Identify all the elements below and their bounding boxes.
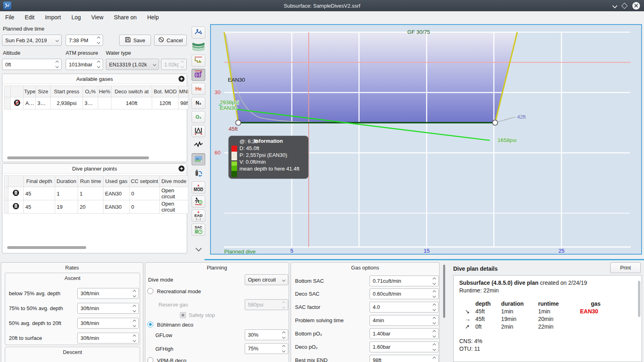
add-point-button[interactable] bbox=[178, 165, 185, 172]
gases-col-o2[interactable]: O₂% bbox=[83, 86, 98, 97]
add-gas-button[interactable] bbox=[178, 76, 185, 82]
maximize-icon[interactable] bbox=[621, 2, 628, 9]
points-col-gas[interactable]: Used gas bbox=[103, 176, 130, 187]
toolbar-sac-button[interactable]: SAC bbox=[192, 224, 205, 236]
points-col-runtime[interactable]: Run time bbox=[78, 176, 103, 187]
menu-view[interactable]: View bbox=[86, 11, 109, 23]
toolbar-gas-pressure-button[interactable] bbox=[192, 69, 205, 81]
gases-col-mnd[interactable]: MND bbox=[179, 86, 188, 97]
toolbar-water-button[interactable] bbox=[192, 41, 205, 53]
save-icon bbox=[125, 37, 131, 44]
plan-heading: Subsurface (4.8.5.0) dive plan bbox=[459, 280, 539, 286]
splitter-handle[interactable] bbox=[204, 259, 644, 260]
delete-point-icon[interactable] bbox=[8, 200, 24, 214]
menu-file[interactable]: File bbox=[0, 11, 20, 23]
gfhigh-label: GFHigh bbox=[155, 346, 173, 352]
nitrogen-icon: N₂ bbox=[196, 100, 201, 106]
waypoint-handle[interactable] bbox=[236, 120, 241, 125]
sac-factor-spinner[interactable]: 4.0 bbox=[369, 302, 439, 313]
ascent-rate-1-spinner[interactable]: 30ft/min bbox=[77, 288, 139, 299]
cancel-button[interactable]: Cancel bbox=[154, 35, 187, 46]
toolbar-ead-button[interactable]: + EAD (...) bbox=[192, 210, 205, 222]
dive-profile-chart[interactable]: GF 30/75 30 60 5 15 25 EAN30 2938psi EAN… bbox=[210, 24, 642, 255]
dive-plan-notes[interactable]: Subsurface (4.8.5.0) dive plan created o… bbox=[453, 275, 642, 362]
gas-row[interactable]: A… 3… 2,938psi 3… 140ft 120ft 98ft bbox=[4, 97, 188, 109]
helium-icon: He bbox=[195, 86, 201, 92]
delete-gas-icon[interactable] bbox=[11, 97, 24, 109]
toolbar-po2-button[interactable]: O₂ bbox=[192, 111, 205, 123]
toolbar-tank-button[interactable] bbox=[192, 167, 205, 179]
sac-factor-label: SAC factor bbox=[295, 304, 320, 310]
close-icon[interactable] bbox=[632, 2, 640, 10]
profile-info-tooltip: Information @: 6:20 D: 45.0ft P: 2,557ps… bbox=[228, 136, 309, 179]
minimize-icon[interactable] bbox=[612, 3, 617, 8]
photo-icon bbox=[194, 154, 203, 165]
buhlmann-deco-radio[interactable] bbox=[147, 321, 153, 327]
save-button[interactable]: Save bbox=[119, 35, 151, 46]
time-tick-25: 25 bbox=[558, 248, 564, 254]
delete-point-icon[interactable] bbox=[8, 187, 24, 200]
menu-log[interactable]: Log bbox=[66, 11, 86, 23]
gases-col-decoswitch[interactable]: Deco switch at bbox=[111, 86, 152, 97]
tank-time-icon bbox=[194, 70, 203, 80]
toolbar-plan-dive-button[interactable] bbox=[192, 27, 205, 39]
gases-col-type[interactable]: Type bbox=[24, 86, 36, 97]
points-hscrollbar[interactable] bbox=[7, 246, 86, 249]
bottom-vscrollbar[interactable] bbox=[443, 265, 445, 318]
gases-col-he[interactable]: He% bbox=[98, 86, 111, 97]
deco-po2-spinner[interactable]: 1.60bar bbox=[369, 341, 439, 352]
altitude-spinner[interactable]: 0ft bbox=[2, 59, 62, 70]
ascent-rate-4-spinner[interactable]: 30ft/min bbox=[77, 333, 139, 343]
gases-col-botmod[interactable]: Bot. MOD bbox=[152, 86, 179, 97]
menu-edit[interactable]: Edit bbox=[20, 11, 40, 23]
toolbar-photos-button[interactable] bbox=[192, 153, 205, 165]
toolbar-heartrate-button[interactable] bbox=[192, 139, 205, 151]
depth-tick-30: 30 bbox=[215, 89, 221, 95]
dive-date-combo[interactable]: Sun Feb 24, 2019 bbox=[2, 35, 62, 46]
mean-depth-label: 42ft bbox=[517, 114, 526, 120]
toolbar-pn2-he-button[interactable]: He bbox=[192, 83, 205, 95]
point-row[interactable]: 45 19 20 EAN30 0 Open circuit bbox=[4, 200, 188, 214]
dive-mode-combo[interactable]: Open circuit bbox=[245, 274, 288, 285]
toolbar-pn2-button[interactable]: N₂ bbox=[192, 97, 205, 109]
water-type-combo[interactable]: EN13319 (1.02k bbox=[106, 59, 159, 70]
points-col-setpoint[interactable]: CC setpoint bbox=[130, 176, 160, 187]
dive-time-spinner[interactable]: 7:38 PM bbox=[66, 35, 103, 46]
problem-solving-time-spinner[interactable]: 4min bbox=[369, 315, 439, 326]
bottom-sac-spinner[interactable]: 0.71cuft/min bbox=[369, 276, 439, 286]
points-col-mode[interactable]: Dive mode bbox=[160, 176, 188, 187]
gflow-spinner[interactable]: 30% bbox=[245, 329, 288, 340]
print-button[interactable]: Print bbox=[610, 262, 641, 273]
points-col-duration[interactable]: Duration bbox=[55, 176, 78, 187]
toolbar-profile-button[interactable] bbox=[192, 55, 205, 67]
toolbar-deco-time-button[interactable] bbox=[192, 195, 205, 208]
toolbar-ceiling-button[interactable] bbox=[192, 125, 205, 137]
gases-col-size[interactable]: Size bbox=[36, 86, 51, 97]
bottom-po2-spinner[interactable]: 1.40bar bbox=[369, 328, 439, 339]
atm-pressure-spinner[interactable]: 1013mbar bbox=[66, 59, 103, 70]
ascent-rate-3-spinner[interactable]: 30ft/min bbox=[77, 318, 139, 329]
ascent-rate-2-spinner[interactable]: 30ft/min bbox=[77, 303, 139, 314]
recreational-mode-radio[interactable] bbox=[147, 288, 153, 294]
menu-import[interactable]: Import bbox=[40, 11, 66, 23]
gases-col-startpress[interactable]: Start press bbox=[51, 86, 83, 97]
available-gases-title: Available gases bbox=[76, 76, 113, 82]
gfhigh-spinner[interactable]: 75% bbox=[245, 343, 288, 354]
menu-share-on[interactable]: Share on bbox=[109, 11, 142, 23]
gases-hscrollbar[interactable] bbox=[7, 156, 149, 159]
plan-runtime: Runtime: 22min bbox=[459, 287, 636, 294]
deco-sac-spinner[interactable]: 0.60cuft/min bbox=[369, 288, 439, 299]
tank-recycle-icon bbox=[194, 169, 203, 179]
points-col-depth[interactable]: Final depth bbox=[24, 176, 55, 187]
point-row[interactable]: 45 1 1 EAN30 0 Open circuit bbox=[4, 187, 188, 200]
gf-label: GF 30/75 bbox=[407, 29, 430, 35]
reserve-gas-spinner: 580psi bbox=[245, 299, 288, 310]
plan-notes-vscrollbar[interactable] bbox=[638, 281, 640, 317]
best-mix-end-spinner[interactable]: 98ft bbox=[369, 355, 439, 362]
toolbar-mod-button[interactable]: + MOD bbox=[192, 181, 205, 193]
altitude-label: Altitude bbox=[3, 50, 20, 56]
menu-help[interactable]: Help bbox=[142, 11, 164, 23]
toolbar-scroll-down-button[interactable] bbox=[193, 244, 204, 253]
waypoint-handle[interactable] bbox=[493, 120, 498, 125]
vpmb-deco-radio[interactable] bbox=[147, 357, 153, 362]
